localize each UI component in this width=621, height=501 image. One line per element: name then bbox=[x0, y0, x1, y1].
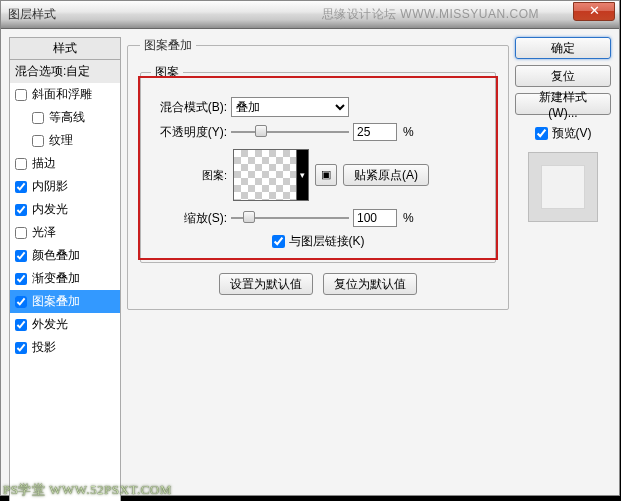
style-checkbox[interactable] bbox=[15, 250, 27, 262]
blending-options-row[interactable]: 混合选项:自定 bbox=[10, 60, 120, 83]
pattern-fieldset: 图案 混合模式(B): 叠加 不透明度(Y): bbox=[140, 64, 496, 263]
blending-options-label: 混合选项:自定 bbox=[15, 63, 90, 80]
blend-mode-label: 混合模式(B): bbox=[151, 99, 227, 116]
new-preset-button[interactable]: ▣ bbox=[315, 164, 337, 186]
style-label: 外发光 bbox=[32, 316, 68, 333]
pattern-label: 图案: bbox=[151, 168, 227, 183]
close-icon: ✕ bbox=[589, 3, 600, 18]
style-label: 渐变叠加 bbox=[32, 270, 80, 287]
style-checkbox[interactable] bbox=[15, 227, 27, 239]
new-style-button[interactable]: 新建样式(W)... bbox=[515, 93, 611, 115]
preview-row: 预览(V) bbox=[515, 125, 611, 142]
style-row[interactable]: 斜面和浮雕 bbox=[10, 83, 120, 106]
group-title: 图案叠加 bbox=[140, 37, 196, 54]
opacity-input[interactable] bbox=[353, 123, 397, 141]
style-row[interactable]: 光泽 bbox=[10, 221, 120, 244]
style-row[interactable]: 外发光 bbox=[10, 313, 120, 336]
percent-label-2: % bbox=[403, 211, 414, 225]
opacity-slider[interactable] bbox=[231, 125, 349, 139]
close-button[interactable]: ✕ bbox=[573, 2, 615, 21]
styles-list: 混合选项:自定 斜面和浮雕等高线纹理描边内阴影内发光光泽颜色叠加渐变叠加图案叠加… bbox=[9, 60, 121, 501]
style-row[interactable]: 颜色叠加 bbox=[10, 244, 120, 267]
pattern-dropdown[interactable]: ▾ bbox=[297, 149, 309, 201]
styles-panel: 样式 混合选项:自定 斜面和浮雕等高线纹理描边内阴影内发光光泽颜色叠加渐变叠加图… bbox=[9, 37, 121, 487]
style-row[interactable]: 内阴影 bbox=[10, 175, 120, 198]
watermark-bottom: PS学堂 WWW.52PSXT.COM bbox=[3, 481, 172, 499]
style-checkbox[interactable] bbox=[32, 135, 44, 147]
ok-button[interactable]: 确定 bbox=[515, 37, 611, 59]
dialog-content: 样式 混合选项:自定 斜面和浮雕等高线纹理描边内阴影内发光光泽颜色叠加渐变叠加图… bbox=[1, 29, 619, 495]
style-checkbox[interactable] bbox=[15, 273, 27, 285]
new-preset-icon: ▣ bbox=[321, 168, 331, 180]
inner-title: 图案 bbox=[151, 64, 183, 81]
chevron-down-icon: ▾ bbox=[300, 170, 305, 180]
style-row[interactable]: 内发光 bbox=[10, 198, 120, 221]
style-checkbox[interactable] bbox=[15, 89, 27, 101]
style-checkbox[interactable] bbox=[15, 204, 27, 216]
center-panel: 图案叠加 图案 混合模式(B): 叠加 不透明度(Y): bbox=[127, 37, 509, 487]
style-label: 颜色叠加 bbox=[32, 247, 80, 264]
style-checkbox[interactable] bbox=[15, 158, 27, 170]
style-row[interactable]: 渐变叠加 bbox=[10, 267, 120, 290]
scale-label: 缩放(S): bbox=[151, 210, 227, 227]
style-row[interactable]: 纹理 bbox=[10, 129, 120, 152]
style-row[interactable]: 图案叠加 bbox=[10, 290, 120, 313]
style-checkbox[interactable] bbox=[15, 319, 27, 331]
pattern-row: 图案: ▾ ▣ 贴紧原点(A) bbox=[151, 149, 485, 201]
style-label: 投影 bbox=[32, 339, 56, 356]
style-label: 描边 bbox=[32, 155, 56, 172]
opacity-label: 不透明度(Y): bbox=[151, 124, 227, 141]
style-checkbox[interactable] bbox=[15, 342, 27, 354]
style-checkbox[interactable] bbox=[15, 296, 27, 308]
style-row[interactable]: 等高线 bbox=[10, 106, 120, 129]
blend-mode-row: 混合模式(B): 叠加 bbox=[151, 97, 485, 117]
blend-mode-select[interactable]: 叠加 bbox=[231, 97, 349, 117]
opacity-row: 不透明度(Y): % bbox=[151, 123, 485, 141]
reset-default-button[interactable]: 复位为默认值 bbox=[323, 273, 417, 295]
style-checkbox[interactable] bbox=[32, 112, 44, 124]
title-bar: 图层样式 思缘设计论坛 WWW.MISSYUAN.COM ✕ bbox=[1, 1, 619, 29]
styles-header: 样式 bbox=[9, 37, 121, 60]
make-default-button[interactable]: 设置为默认值 bbox=[219, 273, 313, 295]
style-label: 内发光 bbox=[32, 201, 68, 218]
scale-slider[interactable] bbox=[231, 211, 349, 225]
pattern-swatch[interactable] bbox=[233, 149, 297, 201]
watermark-top: 思缘设计论坛 WWW.MISSYUAN.COM bbox=[322, 6, 540, 23]
cancel-button[interactable]: 复位 bbox=[515, 65, 611, 87]
style-label: 图案叠加 bbox=[32, 293, 80, 310]
right-panel: 确定 复位 新建样式(W)... 预览(V) bbox=[515, 37, 611, 487]
snap-origin-button[interactable]: 贴紧原点(A) bbox=[343, 164, 429, 186]
layer-style-dialog: 图层样式 思缘设计论坛 WWW.MISSYUAN.COM ✕ 样式 混合选项:自… bbox=[0, 0, 620, 496]
preview-label: 预览(V) bbox=[552, 125, 592, 142]
window-title: 图层样式 bbox=[8, 6, 56, 23]
style-label: 内阴影 bbox=[32, 178, 68, 195]
style-label: 斜面和浮雕 bbox=[32, 86, 92, 103]
style-row[interactable]: 描边 bbox=[10, 152, 120, 175]
scale-input[interactable] bbox=[353, 209, 397, 227]
style-row[interactable]: 投影 bbox=[10, 336, 120, 359]
style-label: 等高线 bbox=[49, 109, 85, 126]
defaults-row: 设置为默认值 复位为默认值 bbox=[140, 273, 496, 295]
style-checkbox[interactable] bbox=[15, 181, 27, 193]
pattern-overlay-group: 图案叠加 图案 混合模式(B): 叠加 不透明度(Y): bbox=[127, 37, 509, 310]
link-row: 与图层链接(K) bbox=[151, 233, 485, 250]
link-checkbox[interactable] bbox=[272, 235, 285, 248]
style-label: 纹理 bbox=[49, 132, 73, 149]
percent-label: % bbox=[403, 125, 414, 139]
scale-row: 缩放(S): % bbox=[151, 209, 485, 227]
link-label: 与图层链接(K) bbox=[289, 233, 365, 250]
preview-thumbnail bbox=[528, 152, 598, 222]
style-label: 光泽 bbox=[32, 224, 56, 241]
preview-checkbox[interactable] bbox=[535, 127, 548, 140]
